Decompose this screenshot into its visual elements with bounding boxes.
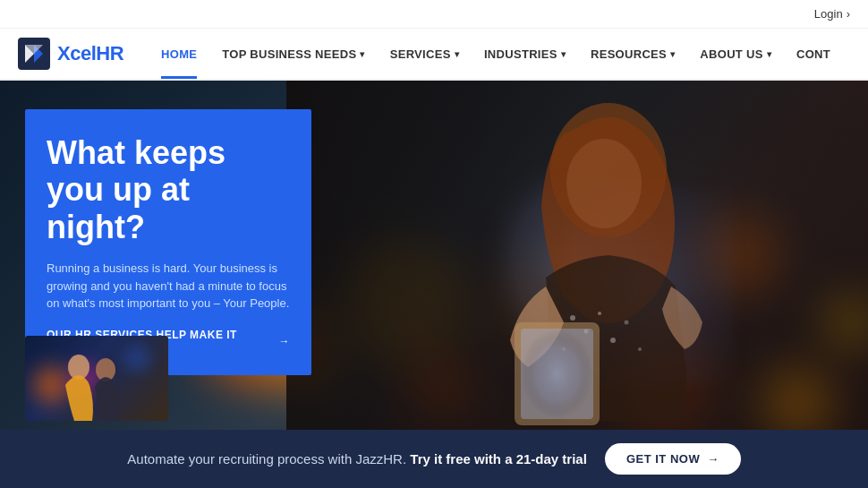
hero-thumbnail: [25, 336, 168, 421]
nav-item-industries[interactable]: INDUSTRIES ▾: [472, 29, 578, 79]
hero-body-text: Running a business is hard. Your busines…: [47, 260, 290, 312]
login-label: Login: [814, 7, 843, 21]
nav-item-resources[interactable]: RESOURCES ▾: [578, 29, 687, 79]
svg-point-12: [610, 338, 616, 343]
nav-item-services[interactable]: SERVICES ▾: [378, 29, 472, 79]
logo[interactable]: XcelHR: [18, 38, 123, 70]
get-it-now-button[interactable]: GET IT NOW →: [605, 443, 741, 475]
svg-point-15: [638, 347, 642, 351]
woman-illustration: [286, 81, 868, 430]
banner-text: Automate your recruiting process with Ja…: [127, 451, 587, 467]
login-arrow: ›: [847, 7, 850, 21]
chevron-down-icon: ▾: [360, 49, 364, 59]
thumbnail-people: [25, 336, 168, 421]
arrow-right-icon: →: [707, 452, 719, 466]
login-bar: Login ›: [0, 0, 868, 29]
hero-image: [286, 81, 868, 430]
nav-items: HOME TOP BUSINESS NEEDS ▾ SERVICES ▾ IND…: [149, 29, 850, 79]
arrow-right-icon: →: [279, 335, 291, 347]
logo-text: XcelHR: [57, 42, 123, 65]
svg-point-11: [598, 312, 601, 315]
banner-btn-label: GET IT NOW: [626, 452, 700, 466]
chevron-down-icon: ▾: [455, 49, 459, 59]
svg-rect-18: [521, 329, 593, 419]
chevron-down-icon: ▾: [670, 49, 675, 59]
nav-item-about-us[interactable]: ABOUT US ▾: [687, 29, 784, 79]
thumbnail-image: [25, 336, 168, 421]
hero-section: What keeps you up at night? Running a bu…: [0, 81, 868, 430]
nav-item-home[interactable]: HOME: [149, 29, 209, 79]
chevron-down-icon: ▾: [767, 49, 771, 59]
hero-heading: What keeps you up at night?: [47, 134, 290, 245]
bottom-banner: Automate your recruiting process with Ja…: [0, 430, 868, 488]
svg-point-14: [625, 321, 629, 325]
chevron-down-icon: ▾: [561, 49, 566, 59]
svg-point-9: [570, 315, 575, 321]
nav-item-top-business-needs[interactable]: TOP BUSINESS NEEDS ▾: [209, 29, 377, 79]
navbar: XcelHR HOME TOP BUSINESS NEEDS ▾ SERVICE…: [0, 29, 868, 81]
login-link[interactable]: Login ›: [814, 7, 850, 21]
logo-icon: [18, 38, 50, 70]
nav-item-cont[interactable]: CONT: [784, 29, 843, 79]
